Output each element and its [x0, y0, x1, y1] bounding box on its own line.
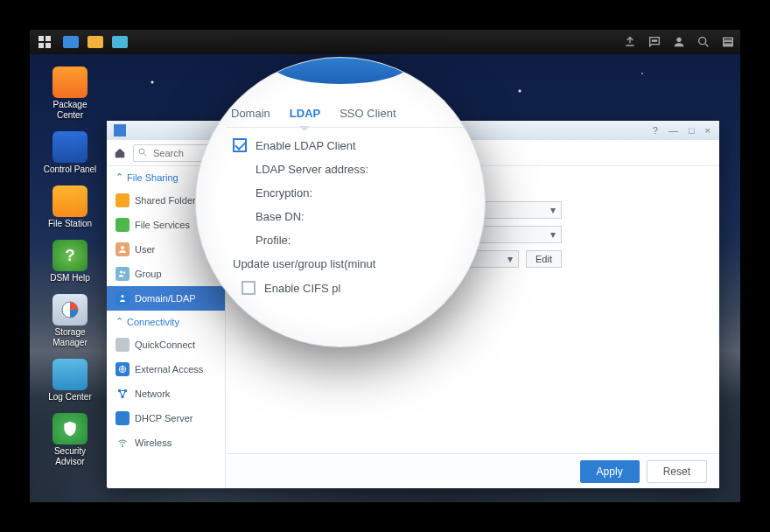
svg-point-3 [676, 38, 681, 42]
tab-domain[interactable]: Domain [231, 107, 270, 120]
chevron-up-icon: ⌃ [116, 316, 123, 327]
upload-icon[interactable] [623, 35, 637, 49]
desktop-icon-storage-manager[interactable]: Storage Manager [38, 292, 102, 350]
svg-point-12 [123, 271, 126, 274]
sidebar-item-external-access[interactable]: External Access [107, 357, 225, 382]
svg-point-10 [121, 246, 124, 249]
svg-rect-5 [724, 38, 733, 40]
form-select-2[interactable]: ▾ [474, 226, 562, 243]
window-minimize-button[interactable]: — [667, 125, 680, 136]
lens-tabs: Domain LDAP SSO Client [226, 107, 464, 128]
window-app-icon [114, 124, 126, 136]
taskbar-pinned-folder[interactable] [84, 33, 107, 51]
desktop-icon-file-station[interactable]: File Station [38, 184, 102, 231]
desktop-icon-package-center[interactable]: Package Center [38, 65, 102, 122]
svg-point-11 [120, 271, 122, 274]
sidebar-item-network[interactable]: Network [107, 382, 225, 406]
svg-point-13 [122, 295, 124, 298]
user-icon[interactable] [672, 35, 686, 49]
taskbar [30, 30, 740, 54]
desktop-icon-control-panel[interactable]: Control Panel [38, 130, 102, 177]
home-icon[interactable] [112, 145, 128, 161]
desktop-icon-log-center[interactable]: Log Center [38, 357, 102, 404]
desktop-icons: Package Center Control Panel File Statio… [38, 65, 102, 469]
window-close-button[interactable]: × [704, 125, 712, 136]
sidebar-item-wireless[interactable]: Wireless [107, 430, 225, 455]
reset-button[interactable]: Reset [647, 460, 707, 483]
chat-icon[interactable] [648, 35, 662, 49]
svg-point-1 [654, 40, 654, 41]
svg-rect-6 [724, 41, 733, 44]
sidebar-item-group[interactable]: Group [107, 262, 225, 286]
zoom-lens: Domain LDAP SSO Client Enable LDAP Clien… [196, 58, 485, 346]
svg-point-0 [652, 40, 653, 41]
edit-button[interactable]: Edit [526, 250, 562, 268]
enable-cifs-checkbox[interactable] [242, 281, 256, 295]
svg-point-9 [139, 149, 144, 154]
svg-rect-7 [724, 45, 733, 46]
sidebar-item-dhcp-server[interactable]: DHCP Server [107, 406, 225, 430]
field-base-dn: Base DN: [256, 210, 464, 223]
tab-sso-client[interactable]: SSO Client [340, 107, 396, 120]
search-icon [137, 147, 148, 160]
form-select-1[interactable]: ▾ [474, 201, 562, 219]
field-profile: Profile: [256, 234, 464, 247]
field-encryption: Encryption: [256, 186, 464, 200]
sidebar-group-connectivity[interactable]: ⌃Connectivity [107, 311, 225, 332]
desktop-icon-dsm-help[interactable]: ?DSM Help [38, 238, 102, 285]
desktop-icon-security-advisor[interactable]: Security Advisor [38, 411, 102, 469]
svg-point-4 [699, 38, 706, 45]
enable-ldap-checkbox[interactable] [233, 138, 247, 152]
field-update-list: Update user/group list(minut [233, 257, 464, 270]
apps-grid-icon[interactable] [35, 33, 58, 51]
sidebar-item-domain-ldap[interactable]: Domain/LDAP [107, 286, 225, 311]
tab-ldap[interactable]: LDAP [290, 107, 320, 120]
field-ldap-server-address: LDAP Server address: [256, 163, 464, 176]
taskbar-pinned-monitor[interactable] [108, 33, 131, 51]
svg-point-18 [122, 446, 122, 447]
taskbar-pinned-filemgr[interactable] [60, 33, 82, 51]
menu-icon[interactable] [721, 35, 735, 49]
sidebar-item-quickconnect[interactable]: QuickConnect [107, 332, 225, 357]
apply-button[interactable]: Apply [580, 460, 640, 483]
chevron-up-icon: ⌃ [116, 172, 123, 183]
enable-ldap-label: Enable LDAP Client [256, 139, 356, 152]
window-help-button[interactable]: ? [651, 125, 660, 136]
enable-cifs-label: Enable CIFS pl [264, 282, 340, 295]
window-maximize-button[interactable]: □ [687, 125, 696, 136]
search-icon[interactable] [696, 35, 710, 49]
svg-point-2 [655, 40, 656, 41]
